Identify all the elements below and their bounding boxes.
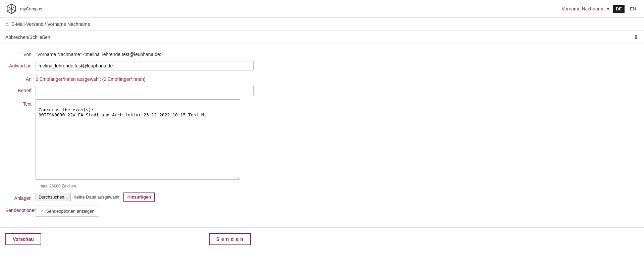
an-row: An 2 Empfänger*innen ausgewählt (2 Empfä… bbox=[0, 74, 302, 82]
breadcrumb-text: E-Mail-Versand / Vorname Nachname bbox=[11, 21, 90, 27]
antwort-input[interactable] bbox=[36, 61, 254, 70]
lang-de-button[interactable]: DE bbox=[613, 5, 625, 13]
an-label: An bbox=[5, 74, 36, 82]
lang-en-button[interactable]: EN bbox=[627, 5, 639, 13]
antwort-label: Antwort an bbox=[5, 61, 36, 68]
anlagen-label: Anlagen bbox=[5, 194, 36, 201]
sort-icon[interactable]: ⇕ bbox=[634, 34, 639, 41]
betreff-label: Betreff bbox=[5, 86, 36, 93]
breadcrumb: ⌂ E-Mail-Versand / Vorname Nachname bbox=[0, 18, 644, 31]
logo-icon bbox=[5, 3, 17, 15]
no-file-text: Keine Datei ausgewählt. bbox=[73, 195, 120, 200]
senden-button[interactable]: S e n d e n bbox=[209, 233, 251, 245]
von-row: Von "Vorname Nachname" <melina_lehrende.… bbox=[0, 50, 302, 57]
logo-area: myCampus bbox=[5, 3, 42, 15]
bottom-buttons: Vorschau S e n d e n bbox=[0, 227, 644, 251]
text-row: Text --- Concerns the exam(s): 00IFSK000… bbox=[0, 99, 302, 180]
text-textarea[interactable]: --- Concerns the exam(s): 00IFSK0000 22W… bbox=[36, 99, 240, 180]
chevron-down-icon: ✓ bbox=[41, 209, 44, 213]
header: myCampus Vorname Nachname ▼ DE EN bbox=[0, 0, 644, 18]
recipients-value: 2 Empfänger*innen ausgewählt (2 Empfänge… bbox=[36, 74, 146, 82]
von-label: Von bbox=[5, 50, 36, 57]
action-bar: Abbrechen/Schließen ⇕ bbox=[0, 31, 644, 44]
home-icon[interactable]: ⌂ bbox=[5, 21, 9, 27]
hinzufuegen-button[interactable]: Hinzufügen bbox=[123, 193, 155, 202]
email-form: Von "Vorname Nachname" <melina_lehrende.… bbox=[0, 44, 302, 227]
sendeoptionen-row: Sendeoptionen ✓ Sendeoptionen anzeigen bbox=[0, 206, 302, 217]
logo-text: myCampus bbox=[20, 6, 42, 11]
sendeoptionen-toggle-button[interactable]: ✓ Sendeoptionen anzeigen bbox=[36, 206, 99, 217]
header-right: Vorname Nachname ▼ DE EN bbox=[561, 5, 639, 13]
char-limit: max. 26000 Zeichen bbox=[34, 184, 302, 188]
anlagen-row: Anlagen Durchsuchen... Keine Datei ausge… bbox=[0, 193, 302, 202]
von-value: "Vorname Nachname" <melina_lehrende.test… bbox=[36, 50, 163, 57]
betreff-row: Betreff bbox=[0, 86, 302, 95]
text-label: Text bbox=[5, 99, 36, 107]
sendeoptionen-label: Sendeoptionen bbox=[5, 206, 36, 213]
user-name[interactable]: Vorname Nachname ▼ bbox=[561, 6, 610, 11]
browse-button[interactable]: Durchsuchen... bbox=[36, 193, 71, 201]
vorschau-button[interactable]: Vorschau bbox=[5, 233, 41, 245]
betreff-input[interactable] bbox=[36, 86, 254, 95]
antwort-row: Antwort an bbox=[0, 61, 302, 70]
cancel-button[interactable]: Abbrechen/Schließen bbox=[5, 35, 50, 40]
